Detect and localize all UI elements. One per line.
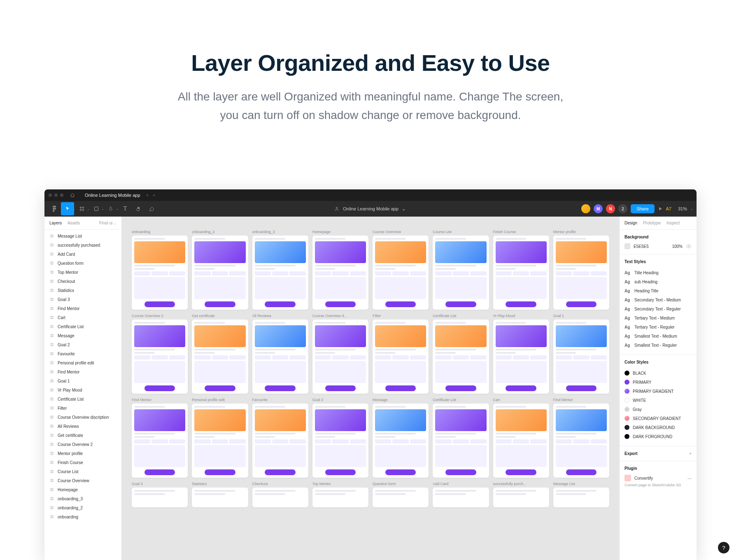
color-style-item[interactable]: DARK FORGROUND [624,432,692,441]
artboard[interactable]: Favourite [252,398,308,478]
layer-item[interactable]: Goal 3 [44,295,121,304]
artboard-frame[interactable] [192,404,248,478]
layer-item[interactable]: Top Mentor [44,268,121,277]
layer-item[interactable]: Course Overview [44,476,121,485]
layer-item[interactable]: Course List [44,467,121,476]
artboard-frame[interactable] [312,404,368,478]
color-style-item[interactable]: PRIMARY [624,378,692,387]
page-selector[interactable]: Final ui ⌄ [99,221,117,225]
artboard[interactable]: Homepage [312,230,368,310]
artboard-frame[interactable] [373,320,429,394]
artboard[interactable]: Message [373,398,429,478]
artboard-frame[interactable] [493,488,549,507]
artboard-frame[interactable] [493,320,549,394]
traffic-lights[interactable] [49,194,63,197]
artboard-frame[interactable] [493,404,549,478]
text-style-item[interactable]: AgTitle Heading [624,268,692,277]
visibility-icon[interactable] [686,243,692,249]
layer-item[interactable]: Cart [44,313,121,322]
layer-item[interactable]: Message [44,331,121,340]
version-badge[interactable]: A7 [666,206,671,211]
canvas[interactable]: onboardingonboarding_2onboarding_3Homepa… [122,217,619,560]
assets-tab[interactable]: Assets [68,221,80,225]
document-tab[interactable]: Online Learning Mobile app [81,193,144,198]
inspect-tab[interactable]: Inspect [666,221,680,225]
artboard[interactable]: All Reviews [252,314,308,394]
user-avatar-3[interactable]: N [606,204,615,213]
artboard[interactable]: Goal 3 [132,482,188,507]
layer-item[interactable]: Add Card [44,250,121,259]
artboard-frame[interactable] [192,488,248,507]
close-tab-icon[interactable]: × [146,193,149,198]
layer-item[interactable]: Checkout [44,277,121,286]
color-style-item[interactable]: DARK BACKGROUND [624,423,692,432]
artboard[interactable]: Certificate List [433,398,489,478]
text-tool[interactable]: T [119,202,132,215]
text-style-item[interactable]: AgSecondary Text - Medium [624,295,692,304]
hand-tool[interactable] [132,202,145,215]
layer-item[interactable]: Find Mentor [44,367,121,376]
artboard[interactable]: Goal 1 [553,314,609,394]
artboard[interactable]: Add Card [433,482,489,507]
artboard-frame[interactable] [433,404,489,478]
color-style-item[interactable]: WHITE [624,396,692,405]
artboard[interactable]: Course Overview [373,230,429,310]
artboard[interactable]: Personal profile edit [192,398,248,478]
text-style-item[interactable]: AgSmallest Text - Reguler [624,341,692,350]
artboard-frame[interactable] [433,488,489,507]
layer-item[interactable]: Certificate List [44,394,121,404]
artboard[interactable]: Question form [373,482,429,507]
text-style-item[interactable]: Agsub Heading [624,277,692,286]
comment-tool[interactable] [145,202,158,215]
artboard-frame[interactable] [312,488,368,507]
artboard-frame[interactable] [373,236,429,310]
artboard-frame[interactable] [192,320,248,394]
color-style-item[interactable]: BLACK [624,369,692,378]
artboard-frame[interactable] [553,488,609,507]
text-style-item[interactable]: AgHeading Title [624,286,692,295]
artboard-frame[interactable] [373,404,429,478]
artboard-frame[interactable] [373,488,429,507]
artboard[interactable]: onboarding_2 [192,230,248,310]
color-style-item[interactable]: PRIMARY GRADIENT [624,387,692,396]
home-icon[interactable] [70,193,75,198]
color-style-item[interactable]: Gray [624,405,692,414]
artboard[interactable]: Filter [373,314,429,394]
artboard-frame[interactable] [252,236,308,310]
layer-item[interactable]: Goal 1 [44,376,121,385]
layer-item[interactable]: Course Overview 2 [44,440,121,449]
layers-tab[interactable]: Layers [49,221,62,225]
layer-item[interactable]: Get certificate [44,431,121,440]
layer-item[interactable]: Finish Course [44,458,121,467]
artboard[interactable]: Goal 2 [312,398,368,478]
layer-item[interactable]: onboarding_3 [44,494,121,503]
artboard[interactable]: Finish Course [493,230,549,310]
artboard[interactable]: onboarding_3 [252,230,308,310]
artboard-frame[interactable] [132,236,188,310]
text-style-item[interactable]: AgSmallest Text - Medium [624,331,692,341]
artboard-frame[interactable] [553,404,609,478]
artboard[interactable]: Checkout [252,482,308,507]
artboard-frame[interactable] [252,320,308,394]
artboard-frame[interactable] [252,488,308,507]
chevron-down-icon[interactable]: ⌄ [402,206,405,212]
background-swatch[interactable] [624,243,630,249]
artboard[interactable]: Course Overview d... [312,314,368,394]
artboard[interactable]: Course List [433,230,489,310]
artboard[interactable]: Mentor profile [553,230,609,310]
layer-item[interactable]: Goal 2 [44,340,121,349]
artboard[interactable]: Find Mentor [553,398,609,478]
artboard[interactable]: Get certificate [192,314,248,394]
artboard-frame[interactable] [132,404,188,478]
layer-item[interactable]: Vr Play Mood [44,385,121,394]
color-style-item[interactable]: SECONDARY GRADIENT [624,414,692,423]
plugin-item[interactable]: Convertify — [624,475,692,481]
artboard[interactable]: Statistics [192,482,248,507]
new-tab-icon[interactable]: + [153,193,155,198]
artboard[interactable]: Message List [553,482,609,507]
design-tab[interactable]: Design [624,221,637,225]
layer-item[interactable]: Filter [44,404,121,413]
figma-menu-icon[interactable] [48,202,61,215]
chevron-down-icon[interactable]: ⌄ [690,207,693,211]
prototype-tab[interactable]: Prototype [643,221,661,225]
